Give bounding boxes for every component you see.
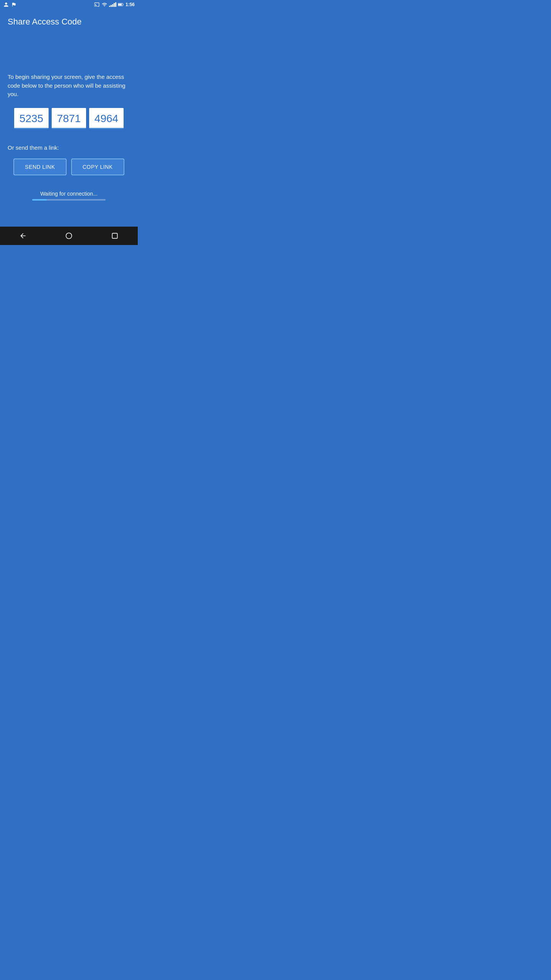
copy-link-button[interactable]: COPY LINK (71, 158, 124, 175)
back-button[interactable] (18, 231, 28, 240)
status-bar: 1:56 (0, 0, 138, 9)
status-bar-left (3, 2, 17, 8)
flag-icon (11, 2, 17, 8)
svg-rect-3 (112, 233, 117, 238)
svg-rect-1 (118, 4, 122, 6)
code-box-3: 4964 (89, 108, 124, 129)
home-button[interactable] (64, 231, 73, 240)
code-number-1: 5235 (20, 113, 43, 124)
wifi-icon (101, 2, 108, 8)
code-box-1: 5235 (14, 108, 49, 129)
code-box-2: 7871 (52, 108, 86, 129)
code-number-3: 4964 (95, 113, 118, 124)
code-number-2: 7871 (57, 113, 81, 124)
nav-bar (0, 227, 138, 245)
waiting-text: Waiting for connection... (40, 191, 98, 197)
signal-icon (109, 2, 116, 7)
recents-button[interactable] (110, 231, 119, 240)
progress-bar-fill (32, 199, 47, 201)
main-content: Share Access Code To begin sharing your … (0, 9, 138, 208)
contacts-icon (3, 2, 9, 8)
access-code-container: 5235 7871 4964 (8, 108, 130, 129)
svg-point-2 (66, 233, 72, 239)
send-link-button[interactable]: SEND LINK (13, 158, 66, 175)
or-send-label: Or send them a link: (8, 144, 130, 151)
page-title: Share Access Code (8, 17, 82, 27)
cast-icon (94, 2, 100, 8)
progress-bar-container (32, 199, 106, 201)
status-bar-right: 1:56 (94, 2, 135, 8)
time-display: 1:56 (126, 2, 135, 7)
waiting-section: Waiting for connection... (8, 191, 130, 201)
battery-icon (118, 2, 124, 8)
button-row: SEND LINK COPY LINK (8, 158, 130, 175)
description-text: To begin sharing your screen, give the a… (8, 73, 130, 99)
